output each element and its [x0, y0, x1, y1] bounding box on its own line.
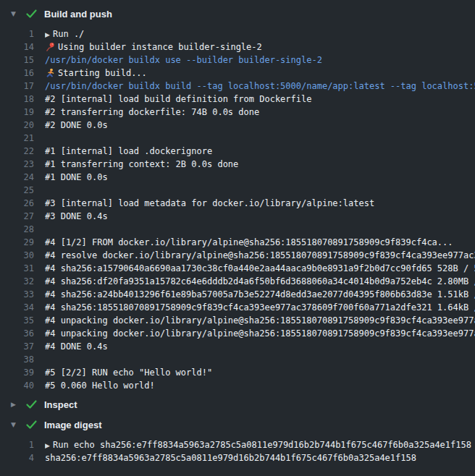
log-line: 37#4 DONE 0.4s — [0, 340, 475, 353]
line-number[interactable]: 20 — [0, 119, 34, 132]
line-text: ▶Run echo sha256:e7ff8834a5963a2785c5a08… — [45, 438, 475, 451]
log-line: 18#2 [internal] load build definition fr… — [0, 93, 475, 106]
line-text-value: #5 0.060 Hello world! — [45, 381, 155, 391]
line-text: #4 [1/2] FROM docker.io/library/alpine@s… — [45, 236, 475, 249]
line-number[interactable]: 37 — [0, 340, 34, 353]
play-icon[interactable]: ▶ — [45, 28, 53, 41]
line-text: #3 DONE 0.4s — [45, 210, 475, 223]
line-number[interactable]: 31 — [0, 262, 34, 275]
log-line: 30#4 resolve docker.io/library/alpine@sh… — [0, 249, 475, 262]
line-number[interactable]: 34 — [0, 301, 34, 314]
section-title: Image digest — [44, 420, 101, 430]
section-title: Build and push — [44, 9, 112, 20]
line-text: #1 [internal] load .dockerignore — [45, 145, 475, 158]
line-text: #4 DONE 0.4s — [45, 340, 475, 353]
chevron-right-icon[interactable]: ▶ — [11, 401, 20, 408]
line-number[interactable]: 25 — [0, 184, 34, 197]
line-number[interactable]: 32 — [0, 275, 34, 288]
line-number[interactable]: 22 — [0, 145, 34, 158]
line-number[interactable]: 19 — [0, 106, 34, 119]
line-number[interactable]: 15 — [0, 54, 34, 67]
log-line: 23#1 transferring context: 2B 0.0s done — [0, 158, 475, 171]
log-line: 4sha256:e7ff8834a5963a2785c5a0811e979d16… — [0, 451, 475, 464]
log-line: 14Using builder instance builder-single-… — [0, 41, 475, 54]
log-line: 26#3 [internal] load metadata for docker… — [0, 197, 475, 210]
log-group-line[interactable]: 1▶Run ./ — [0, 27, 475, 41]
line-number[interactable]: 17 — [0, 80, 34, 93]
log-line: 24#1 DONE 0.0s — [0, 171, 475, 184]
line-text-value: #3 [internal] load metadata for docker.i… — [45, 198, 374, 208]
line-text-value: #1 transferring context: 2B 0.0s done — [45, 159, 238, 169]
section-header-image-digest[interactable]: ▼Image digest — [0, 417, 475, 433]
check-icon — [26, 9, 38, 18]
log-line: 33#4 sha256:a24bb4013296f61e89ba57005a7b… — [0, 288, 475, 301]
line-text-value: sha256:e7ff8834a5963a2785c5a0811e979d16b… — [45, 453, 416, 463]
line-text — [45, 184, 475, 197]
line-text-value: #4 sha256:185518070891758909c9f839cf4ca3… — [45, 302, 475, 313]
line-text: Starting build... — [45, 67, 475, 80]
line-text-value: Run ./ — [53, 29, 84, 39]
line-text-value: #4 resolve docker.io/library/alpine@sha2… — [45, 250, 475, 260]
line-text: Using builder instance builder-single-2 — [45, 41, 475, 54]
section-inspect: ▶Inspect — [0, 396, 475, 412]
line-number[interactable]: 35 — [0, 314, 34, 327]
line-text: #2 DONE 0.0s — [45, 119, 475, 132]
line-text: /usr/bin/docker buildx build --tag local… — [45, 80, 475, 93]
line-text: #4 resolve docker.io/library/alpine@sha2… — [45, 249, 475, 262]
section-header-build-and-push[interactable]: ▼Build and push — [0, 6, 475, 22]
line-number[interactable]: 23 — [0, 158, 34, 171]
runner-icon — [45, 67, 58, 80]
line-number[interactable]: 30 — [0, 249, 34, 262]
pushpin-icon — [45, 41, 58, 54]
line-number[interactable]: 29 — [0, 236, 34, 249]
line-number[interactable]: 28 — [0, 223, 34, 236]
line-number[interactable]: 33 — [0, 288, 34, 301]
line-text: #2 transferring dockerfile: 74B 0.0s don… — [45, 106, 475, 119]
line-number[interactable]: 1 — [0, 438, 34, 451]
line-text: #4 unpacking docker.io/library/alpine@sh… — [45, 327, 475, 340]
line-number[interactable]: 27 — [0, 210, 34, 223]
log-line: 22#1 [internal] load .dockerignore — [0, 145, 475, 158]
chevron-down-icon[interactable]: ▼ — [11, 422, 20, 428]
section-header-inspect[interactable]: ▶Inspect — [0, 396, 475, 412]
line-text: sha256:e7ff8834a5963a2785c5a0811e979d16b… — [45, 451, 475, 464]
line-number[interactable]: 26 — [0, 197, 34, 210]
play-icon[interactable]: ▶ — [45, 439, 53, 451]
line-text: #2 [internal] load build definition from… — [45, 93, 475, 106]
line-text-value: #2 [internal] load build definition from… — [45, 94, 311, 104]
line-number[interactable]: 36 — [0, 327, 34, 340]
line-text-value: Using builder instance builder-single-2 — [58, 42, 262, 52]
line-text: #4 sha256:a24bb4013296f61e89ba57005a7b3e… — [45, 288, 475, 301]
line-number[interactable]: 18 — [0, 93, 34, 106]
log-block: 1▶Run echo sha256:e7ff8834a5963a2785c5a0… — [0, 438, 475, 464]
log-line: 34#4 sha256:185518070891758909c9f839cf4c… — [0, 301, 475, 314]
line-text-value: #4 unpacking docker.io/library/alpine@sh… — [45, 328, 475, 339]
log-line: 40#5 0.060 Hello world! — [0, 379, 475, 392]
line-number[interactable]: 4 — [0, 451, 34, 464]
line-number[interactable]: 40 — [0, 379, 34, 392]
line-text-value: #4 sha256:a24bb4013296f61e89ba57005a7b3e… — [45, 289, 475, 299]
log-line: 27#3 DONE 0.4s — [0, 210, 475, 223]
line-text: #1 DONE 0.0s — [45, 171, 475, 184]
line-number[interactable]: 16 — [0, 67, 34, 80]
log-line: 21 — [0, 132, 475, 145]
line-text-value: /usr/bin/docker buildx use --builder bui… — [45, 55, 322, 65]
line-number[interactable]: 1 — [0, 27, 34, 41]
workflow-log-viewer: ▼Build and push1▶Run ./14Using builder i… — [0, 0, 475, 476]
line-number[interactable]: 24 — [0, 171, 34, 184]
line-text-value: #4 unpacking docker.io/library/alpine@sh… — [45, 315, 475, 326]
line-number[interactable]: 38 — [0, 353, 34, 366]
log-group-line[interactable]: 1▶Run echo sha256:e7ff8834a5963a2785c5a0… — [0, 438, 475, 451]
line-text-value: #4 [1/2] FROM docker.io/library/alpine@s… — [45, 237, 453, 247]
line-text: #5 [2/2] RUN echo "Hello world!" — [45, 366, 475, 379]
line-number[interactable]: 21 — [0, 132, 34, 145]
section-build-and-push: ▼Build and push1▶Run ./14Using builder i… — [0, 6, 475, 392]
line-text: #3 [internal] load metadata for docker.i… — [45, 197, 475, 210]
chevron-down-icon[interactable]: ▼ — [11, 11, 20, 17]
line-number[interactable]: 39 — [0, 366, 34, 379]
check-icon — [26, 420, 38, 429]
line-text-value: Starting build... — [58, 68, 147, 78]
line-number[interactable]: 14 — [0, 41, 34, 54]
line-text — [45, 223, 475, 236]
log-line: 16Starting build... — [0, 67, 475, 80]
